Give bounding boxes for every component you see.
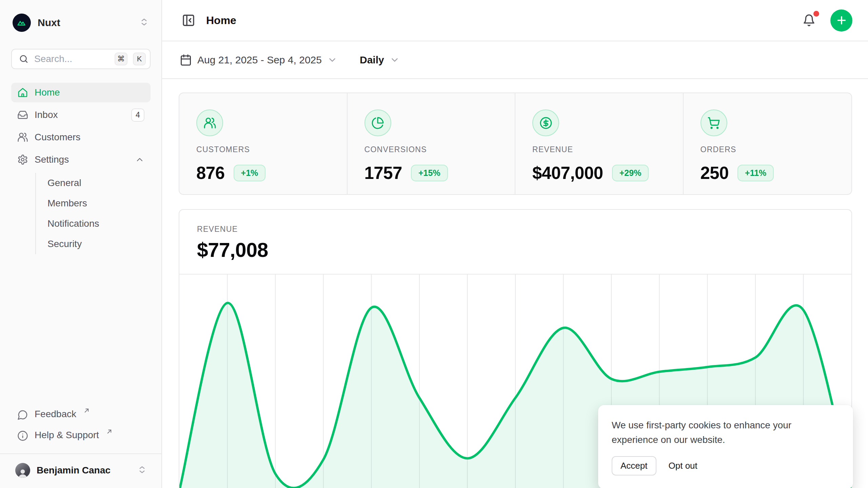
kbd-k: K xyxy=(133,53,146,65)
stat-label: REVENUE xyxy=(532,145,676,154)
panel-left-close-icon xyxy=(182,14,195,27)
sidebar-item-label: Help & Support xyxy=(35,430,99,441)
cookie-actions: Accept Opt out xyxy=(612,456,840,475)
chart-label: REVENUE xyxy=(197,225,851,234)
sidebar-item-label: Inbox xyxy=(35,109,58,120)
chevron-up-icon xyxy=(135,155,144,164)
sidebar-item-label: Feedback xyxy=(35,409,76,420)
calendar-icon xyxy=(180,54,192,66)
message-bubble-icon xyxy=(17,409,28,420)
stat-delta-badge: +29% xyxy=(612,165,649,181)
sidebar-divider xyxy=(0,453,161,454)
notification-dot xyxy=(813,11,819,17)
search-input[interactable] xyxy=(34,54,109,64)
sidebar-item-general[interactable]: General xyxy=(36,173,151,193)
bell-icon xyxy=(803,14,815,27)
search-icon xyxy=(19,54,29,64)
sidebar-item-security[interactable]: Security xyxy=(36,234,151,254)
sidebar-item-settings[interactable]: Settings xyxy=(11,150,151,169)
chart-total: $77,008 xyxy=(197,239,851,262)
sidebar-nav: Home Inbox 4 Customers Settings xyxy=(11,83,151,255)
cookie-banner: We use first-party cookies to enhance yo… xyxy=(598,405,853,488)
stat-value: $407,000 xyxy=(532,163,603,183)
cookie-message: We use first-party cookies to enhance yo… xyxy=(612,418,840,447)
stat-label: CONVERSIONS xyxy=(364,145,508,154)
avatar xyxy=(15,463,30,478)
stat-value: 1757 xyxy=(364,163,402,183)
chart-header: REVENUE $77,008 xyxy=(179,210,851,262)
stat-card-conversions: CONVERSIONS 1757 +15% xyxy=(348,93,516,194)
chevron-down-icon xyxy=(390,55,400,65)
stat-value: 250 xyxy=(701,163,729,183)
external-link-icon xyxy=(83,407,90,414)
chevron-up-down-icon xyxy=(137,465,147,476)
opt-out-button[interactable]: Opt out xyxy=(663,457,704,475)
date-range-label: Aug 21, 2025 - Sep 4, 2025 xyxy=(197,54,322,66)
search-input-wrap: ⌘ K xyxy=(11,49,151,69)
sidebar: Nuxt ⌘ K Home Inb xyxy=(0,0,162,488)
sidebar-footer: Feedback Help & Support Benjami xyxy=(11,405,151,479)
stat-label: CUSTOMERS xyxy=(196,145,340,154)
stat-card-customers: CUSTOMERS 876 +1% xyxy=(179,93,348,194)
kbd-cmd: ⌘ xyxy=(115,53,127,65)
stat-label: ORDERS xyxy=(701,145,845,154)
stats-row: CUSTOMERS 876 +1% CONVERSIONS 1757 +15% xyxy=(179,93,852,195)
users-icon xyxy=(196,109,223,136)
chevron-up-down-icon xyxy=(139,17,149,28)
workspace-selector[interactable]: Nuxt xyxy=(11,12,151,33)
sidebar-item-label: Customers xyxy=(35,132,80,143)
stat-card-revenue: REVENUE $407,000 +29% xyxy=(515,93,684,194)
settings-subnav: General Members Notifications Security xyxy=(35,173,151,254)
accept-button[interactable]: Accept xyxy=(612,456,656,475)
nuxt-logo-icon xyxy=(13,14,31,32)
stat-delta-badge: +1% xyxy=(234,165,266,181)
page-title: Home xyxy=(206,14,236,27)
home-icon xyxy=(17,87,28,98)
inbox-icon xyxy=(17,109,28,120)
sidebar-item-label: Home xyxy=(35,87,60,98)
granularity-select[interactable]: Daily xyxy=(360,54,400,66)
sidebar-item-inbox[interactable]: Inbox 4 xyxy=(11,105,151,125)
external-link-icon xyxy=(106,428,113,435)
sidebar-item-notifications[interactable]: Notifications xyxy=(36,214,151,234)
sidebar-item-customers[interactable]: Customers xyxy=(11,127,151,147)
sidebar-item-help-support[interactable]: Help & Support xyxy=(11,426,151,446)
add-button[interactable] xyxy=(830,9,852,32)
user-menu[interactable]: Benjamin Canac xyxy=(11,460,151,479)
stat-delta-badge: +11% xyxy=(737,165,774,181)
sidebar-item-home[interactable]: Home xyxy=(11,83,151,102)
stat-value: 876 xyxy=(196,163,225,183)
notifications-button[interactable] xyxy=(801,12,817,29)
granularity-label: Daily xyxy=(360,54,384,66)
inbox-count-badge: 4 xyxy=(131,108,144,122)
sidebar-item-members[interactable]: Members xyxy=(36,193,151,214)
sidebar-collapse-button[interactable] xyxy=(180,12,197,29)
users-icon xyxy=(17,132,28,143)
shopping-cart-icon xyxy=(701,109,727,136)
date-range-picker[interactable]: Aug 21, 2025 - Sep 4, 2025 xyxy=(180,54,337,66)
circle-dollar-icon xyxy=(532,109,559,136)
header-actions xyxy=(801,9,852,32)
page-header: Home xyxy=(162,0,868,41)
sidebar-item-feedback[interactable]: Feedback xyxy=(11,405,151,425)
filters-toolbar: Aug 21, 2025 - Sep 4, 2025 Daily xyxy=(162,41,868,79)
stat-delta-badge: +15% xyxy=(411,165,448,181)
gear-icon xyxy=(17,154,28,165)
stat-card-orders: ORDERS 250 +11% xyxy=(684,93,852,194)
workspace-name: Nuxt xyxy=(38,17,60,28)
user-name: Benjamin Canac xyxy=(37,465,111,476)
plus-icon xyxy=(835,14,848,26)
pie-chart-icon xyxy=(364,109,391,136)
chevron-down-icon xyxy=(327,55,337,65)
info-circle-icon xyxy=(17,430,28,441)
sidebar-item-label: Settings xyxy=(35,154,69,165)
